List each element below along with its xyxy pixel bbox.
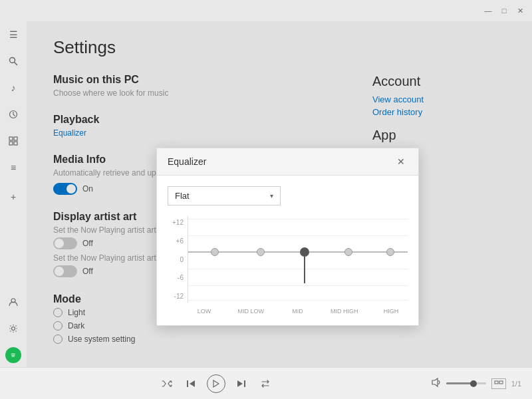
volume-icon [430,377,441,390]
svg-marker-15 [432,378,438,386]
preset-value: Flat [175,191,190,201]
minimize-button[interactable]: — [481,4,495,17]
sidebar: ☰ ♪ ≡ + [0,21,27,367]
svg-rect-3 [9,137,13,140]
svg-marker-11 [190,380,195,387]
equalizer-modal: Equalizer ✕ Flat ▾ +12 +6 0 -6 [156,148,419,326]
spotify-icon[interactable] [5,347,21,363]
eq-band-high[interactable] [386,248,394,256]
profile-icon[interactable] [5,294,21,310]
svg-rect-6 [14,142,17,145]
modal-title: Equalizer [168,156,206,167]
music-note-icon[interactable]: ♪ [5,80,21,96]
mid-label: MID [281,308,315,315]
time-display: 1/1 [511,380,521,388]
eq-slider-track [188,251,408,253]
low-label: LOW [188,308,221,315]
play-button[interactable] [207,374,225,393]
top-bar: — □ ✕ [0,0,532,21]
svg-marker-14 [237,380,243,387]
maximize-button[interactable]: □ [497,4,511,17]
eq-band-mid[interactable] [300,247,309,257]
search-icon[interactable] [5,53,21,69]
volume-slider[interactable] [446,382,486,384]
svg-rect-10 [187,380,188,387]
shuffle-button[interactable] [159,376,175,392]
svg-point-8 [12,327,15,331]
add-icon[interactable]: + [5,189,21,205]
hamburger-menu-icon[interactable]: ☰ [5,27,21,43]
next-button[interactable] [233,376,249,392]
eq-band-midhigh[interactable] [344,248,352,256]
eq-chart-area [188,216,408,303]
settings-icon[interactable] [5,321,21,336]
modal-close-button[interactable]: ✕ [394,155,408,168]
midhigh-label: MID HIGH [328,308,361,315]
view-toggle-button[interactable] [491,378,506,389]
lyrics-icon[interactable]: ≡ [5,160,21,176]
preset-dropdown[interactable]: Flat ▾ [168,186,281,205]
svg-marker-12 [213,380,219,387]
svg-rect-5 [9,142,13,145]
midlow-label: MID LOW [234,308,267,315]
dropdown-arrow-icon: ▾ [270,192,273,200]
svg-rect-17 [499,381,503,384]
albums-icon[interactable] [5,133,21,149]
modal-header: Equalizer ✕ [157,148,418,176]
eq-band-midlow[interactable] [257,248,265,256]
eq-band-labels: LOW MID LOW MID MID HIGH HIGH [168,308,408,315]
modal-body: Flat ▾ +12 +6 0 -6 -12 [157,176,418,325]
eq-y-labels: +12 +6 0 -6 -12 [168,216,188,303]
svg-point-0 [10,58,15,63]
previous-button[interactable] [183,376,199,392]
svg-rect-16 [495,381,498,384]
player-controls [11,374,422,393]
player-bar: 1/1 [0,367,532,399]
repeat-button[interactable] [257,376,273,392]
volume-thumb [470,380,477,387]
volume-fill [446,382,473,384]
high-label: HIGH [374,308,408,315]
svg-line-1 [15,63,18,66]
svg-rect-4 [14,137,17,140]
settings-page: Settings Music on this PC Choose where w… [27,21,532,367]
close-button[interactable]: ✕ [513,4,527,17]
eq-band-low[interactable] [211,248,219,256]
player-right-controls: 1/1 [430,377,521,390]
recent-icon[interactable] [5,106,21,122]
svg-rect-13 [244,380,245,387]
